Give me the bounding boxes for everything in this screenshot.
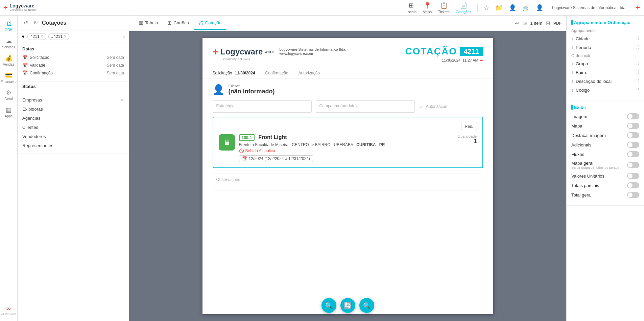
exibir-mapa-label: Mapa (571, 123, 582, 129)
mapa-geral-sub: Incluir mapa de todos os pontos (571, 166, 619, 169)
sidebar-item-geral[interactable]: ⚙ Geral (1, 87, 16, 103)
toggle-totais[interactable] (627, 182, 639, 188)
bottom-logo: ∞ 41.29.230d (0, 302, 19, 318)
calendar-icon-solicitacao: 📅 (22, 55, 28, 60)
drag-handle-periodo[interactable]: ⠿ (636, 45, 639, 50)
doc-logo-ware: ware (265, 50, 274, 54)
history-icon[interactable]: ↺ (22, 19, 29, 27)
fab-zoom-out[interactable]: 🔍 (359, 298, 374, 313)
sidebar-item-services[interactable]: ☁ Services (1, 35, 16, 51)
logo-tagline: Credibility Solutions (10, 8, 37, 12)
doc-container: + Logycware ware Credibility Solutions L… (202, 38, 493, 314)
item-period: 📅 12/2024 (12/2/2024 a 12/31/2024) (239, 155, 313, 162)
filter-agencias[interactable]: Agências (22, 114, 124, 123)
nav-item-mapa[interactable]: 📍 Mapa (423, 2, 432, 14)
filter-exibidoras[interactable]: Exibidoras (22, 105, 124, 114)
nav-item-tickets[interactable]: 📋 Tickets (438, 2, 449, 14)
folder-icon[interactable]: 📁 (495, 4, 503, 12)
filter-empresas[interactable]: Empresas ✕ (22, 95, 124, 105)
favorites-icon[interactable]: ☆ (484, 4, 489, 12)
sidebar-item-apps[interactable]: ▦ Apps (1, 104, 16, 120)
estrategia-field[interactable]: Estratégia (213, 100, 312, 113)
nav-separator (477, 4, 478, 12)
toggle-total-geral[interactable] (627, 192, 639, 198)
toggle-destacar[interactable] (627, 132, 639, 138)
sort-icon-cidade: ↕ (571, 36, 574, 41)
doc-company-line1: Logycware Sistemas de Informatica ltda. (279, 47, 346, 51)
doc-obs: Observações (202, 174, 493, 196)
drag-handle-grupo[interactable]: ⠿ (636, 61, 639, 66)
item-restriction: 🚫 Bebida Alcoolica (239, 148, 454, 153)
item-qty: Quantidade 1 (458, 134, 477, 144)
drag-handle-descricao[interactable]: ⠿ (636, 78, 639, 84)
undo-icon[interactable]: ↩ (515, 20, 519, 26)
fab-refresh[interactable]: 🔄 (340, 298, 355, 313)
autorizacao-label: Autorização (426, 104, 447, 109)
filter-clientes[interactable]: Clientes (22, 123, 124, 132)
item-location-text: Frente a Faculdade Mineira · CENTRO -> B… (239, 142, 385, 147)
calendar-icon-confirmacao: 📅 (22, 70, 28, 75)
grouping-periodo-row: ↕ Período ⠿ (571, 45, 639, 50)
fab-buttons: 🔍 🔄 🔍 (321, 298, 374, 313)
confirmacao-value: Sem data (107, 71, 124, 75)
filter-input[interactable] (71, 34, 121, 39)
drag-handle-bairro[interactable]: ⠿ (636, 70, 639, 75)
toggle-mapa[interactable] (627, 123, 639, 129)
drag-handle-codigo[interactable]: ⠿ (636, 87, 639, 93)
grouping-ordering-title: Agrupamento e Ordenação (571, 20, 639, 25)
filter-representantes[interactable]: Representantes (22, 141, 124, 150)
tab-cotacao[interactable]: 🖨 Cotação (194, 17, 226, 30)
cart-icon[interactable]: 🛒 (522, 4, 530, 12)
campanha-field[interactable]: Campanha (produto) (316, 100, 415, 113)
step-solicitacao-label: Solicitação (213, 71, 232, 75)
tag-close-hash4211[interactable]: × (64, 34, 66, 39)
refresh-icon[interactable]: ↻ (32, 19, 39, 27)
filter-tag-hash4211[interactable]: #4211 × (48, 33, 69, 40)
filter-clear-icon[interactable]: × (123, 34, 125, 39)
sidebar-item-financeiro[interactable]: 💳 Financeiro (1, 70, 16, 86)
item-header-line: 100.4 Front Light (239, 134, 454, 141)
profile-icon[interactable]: 👤 (536, 4, 543, 12)
filter-tags-row: ▼ 4211 × #4211 × × (18, 30, 129, 43)
empresas-close-icon[interactable]: ✕ (121, 98, 124, 102)
status-title: Status (22, 84, 124, 89)
toggle-adicionais[interactable] (627, 142, 639, 148)
pdf-label[interactable]: PDF (553, 21, 562, 26)
nav-item-locais[interactable]: ⊞ Locais (406, 2, 416, 14)
tab-cartoes[interactable]: ⊞ Cartões (163, 17, 194, 30)
cotacao-number: 4211 (460, 47, 483, 56)
ooh-label: OOH (5, 28, 13, 32)
restriction-icon: 🚫 (239, 148, 244, 153)
columns-icon[interactable]: ⊟ (546, 20, 550, 26)
fab-zoom-in[interactable]: 🔍 (321, 298, 336, 313)
sidebar-item-ooh[interactable]: 🖥 OOH (1, 18, 16, 34)
tag-close-4211[interactable]: × (41, 34, 43, 39)
qty-label: Quantidade (458, 134, 477, 138)
toggle-imagem[interactable] (627, 113, 639, 119)
datas-section: Datas 📅 Solicitação Sem data 📅 Validade … (18, 43, 129, 82)
filter-tag-4211[interactable]: 4211 × (27, 33, 46, 40)
doc-fields: Estratégia Campanha (produto) ✓ Autoriza… (202, 100, 493, 117)
drag-handle-cidade[interactable]: ⠿ (636, 36, 639, 41)
sidebar-item-vendas[interactable]: 💰 Vendas (1, 52, 16, 68)
doc-outer: + Logycware ware Credibility Solutions L… (129, 31, 566, 321)
add-button[interactable]: + (636, 3, 640, 12)
toggle-mapa-geral[interactable] (627, 162, 639, 168)
doc-date-value: 11/30/2024, 11:27 AM (442, 58, 478, 62)
res-button[interactable]: Res. (461, 123, 477, 130)
nav-item-cotacoes[interactable]: 📄 Cotações (456, 2, 471, 14)
tab-tabela[interactable]: ▦ Tabela (134, 17, 163, 30)
services-label: Services (2, 45, 15, 49)
zoom-in-icon: 🔍 (325, 301, 333, 309)
obs-field[interactable]: Observações (213, 174, 483, 190)
filter-icon[interactable]: ▼ (21, 34, 25, 39)
toggle-valores[interactable] (627, 173, 639, 179)
toggle-fluxos[interactable] (627, 151, 639, 157)
logo-text: Logycware Credibility Solutions (10, 3, 37, 12)
filter-vendedores[interactable]: Vendedores (22, 132, 124, 141)
share-icon[interactable]: ✉ (523, 20, 527, 26)
user-icon[interactable]: 👤 (509, 4, 516, 12)
doc-title-area: COTAÇÃO 4211 11/30/2024, 11:27 AM ∞ (405, 46, 483, 62)
confirmacao-row: 📅 Confirmação Sem data (22, 70, 124, 75)
exibir-mapa-geral-label: Mapa geral (571, 161, 619, 166)
